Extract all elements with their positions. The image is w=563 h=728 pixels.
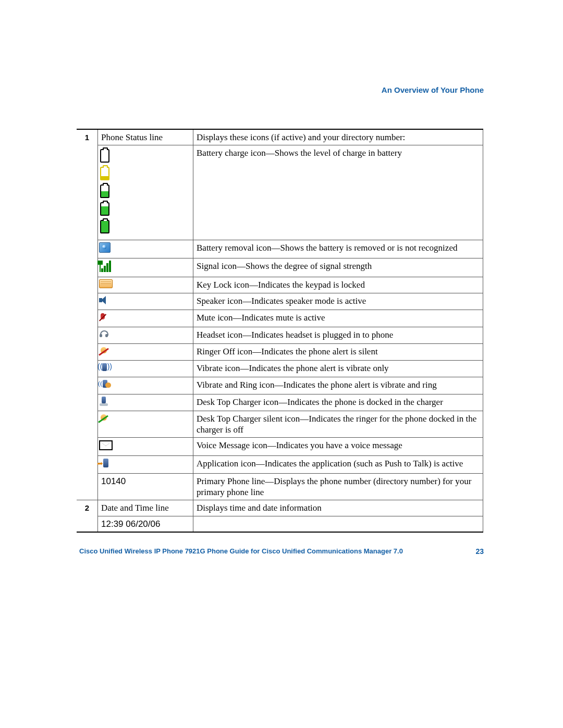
description-cell: Ringer Off icon—Indicates the phone aler…: [193, 343, 483, 360]
row-description: Displays these icons (if active) and you…: [193, 129, 483, 145]
section-header: An Overview of Your Phone: [382, 85, 484, 94]
table-row: 12:39 06/20/06: [77, 516, 483, 532]
battery-removal-icon: [99, 242, 111, 253]
icon-cell: [98, 327, 193, 343]
page-number: 23: [475, 547, 484, 556]
table-row: 2 Date and Time line Displays time and d…: [77, 500, 483, 516]
description-cell: Signal icon—Shows the degree of signal s…: [193, 258, 483, 277]
ringer-off-icon: [99, 346, 109, 355]
document-page: An Overview of Your Phone 1 Phone Status…: [0, 0, 563, 728]
table-row: Application icon—Indicates the applicati…: [77, 455, 483, 473]
icon-cell: [98, 310, 193, 327]
description-cell: Primary Phone line—Displays the phone nu…: [193, 473, 483, 500]
table-row: Desk Top Charger icon—Indicates the phon…: [77, 394, 483, 411]
application-icon: [99, 458, 111, 468]
icon-cell: [98, 277, 193, 293]
row-number: 1: [77, 129, 98, 500]
mute-icon: [99, 312, 108, 322]
key-lock-icon: [99, 279, 113, 288]
description-cell: Desk Top Charger icon—Indicates the phon…: [193, 394, 483, 411]
date-time-example: 12:39 06/20/06: [98, 516, 193, 532]
icon-cell: [98, 455, 193, 473]
icon-cell: [98, 438, 193, 455]
table-row: 10140 Primary Phone line—Displays the ph…: [77, 473, 483, 500]
description-cell: Headset icon—Indicates headset is plugge…: [193, 327, 483, 343]
description-cell: Vibrate icon—Indicates the phone alert i…: [193, 361, 483, 377]
description-cell: Voice Message icon—Indicates you have a …: [193, 438, 483, 455]
icon-cell: ((: [98, 377, 193, 394]
description-cell: Desk Top Charger silent icon—Indicates t…: [193, 411, 483, 438]
icon-cell: [98, 240, 193, 258]
row-label: Date and Time line: [98, 500, 193, 516]
description-cell: Mute icon—Indicates mute is active: [193, 310, 483, 327]
table-row: (( Vibrate and Ring icon—Indicates the p…: [77, 377, 483, 394]
icon-cell: [98, 394, 193, 411]
table-row: Signal icon—Shows the degree of signal s…: [77, 258, 483, 277]
row-number: 2: [77, 500, 98, 532]
row-label: Phone Status line: [98, 129, 193, 145]
desktop-charger-icon: [99, 397, 108, 406]
description-cell: Vibrate and Ring icon—Indicates the phon…: [193, 377, 483, 394]
table-row: 1 Phone Status line Displays these icons…: [77, 129, 483, 145]
table-row: Battery charge icon—Shows the level of c…: [77, 145, 483, 240]
description-cell: Speaker icon—Indicates speaker mode is a…: [193, 293, 483, 310]
table-row: Headset icon—Indicates headset is plugge…: [77, 327, 483, 343]
battery-high-icon: [100, 202, 109, 216]
voice-message-icon: [99, 440, 113, 450]
icon-cell: [98, 343, 193, 360]
battery-low-icon: [100, 167, 109, 180]
table-row: Speaker icon—Indicates speaker mode is a…: [77, 293, 483, 310]
icon-cell: )): [98, 361, 193, 377]
description-cell: Application icon—Indicates the applicati…: [193, 455, 483, 473]
vibrate-icon: )): [99, 363, 111, 372]
headset-icon: [99, 329, 108, 339]
icon-cell: [98, 258, 193, 277]
row-description: Displays time and date information: [193, 500, 483, 516]
description-cell: Battery removal icon—Shows the battery i…: [193, 240, 483, 258]
description-cell: Key Lock icon—Indicates the keypad is lo…: [193, 277, 483, 293]
desktop-charger-silent-icon: [99, 413, 109, 423]
table-row: Ringer Off icon—Indicates the phone aler…: [77, 343, 483, 360]
battery-full-icon: [100, 220, 109, 233]
table-row: Desk Top Charger silent icon—Indicates t…: [77, 411, 483, 438]
battery-icons-cell: [98, 145, 193, 240]
battery-empty-icon: [100, 149, 109, 163]
table-row: Voice Message icon—Indicates you have a …: [77, 438, 483, 455]
primary-line-number: 10140: [98, 473, 193, 500]
speaker-icon: [99, 295, 108, 305]
battery-half-icon: [100, 184, 109, 198]
table-row: )) Vibrate icon—Indicates the phone aler…: [77, 361, 483, 377]
description-cell: [193, 516, 483, 532]
table-row: Battery removal icon—Shows the battery i…: [77, 240, 483, 258]
table-row: Mute icon—Indicates mute is active: [77, 310, 483, 327]
footer-doc-title: Cisco Unified Wireless IP Phone 7921G Ph…: [79, 547, 403, 555]
battery-description: Battery charge icon—Shows the level of c…: [193, 145, 483, 240]
page-footer: Cisco Unified Wireless IP Phone 7921G Ph…: [79, 547, 484, 556]
icon-cell: [98, 293, 193, 310]
table-row: Key Lock icon—Indicates the keypad is lo…: [77, 277, 483, 293]
status-icons-table: 1 Phone Status line Displays these icons…: [77, 129, 483, 533]
vibrate-ring-icon: ((: [99, 379, 112, 389]
icon-cell: [98, 411, 193, 438]
signal-icon: [97, 261, 111, 272]
